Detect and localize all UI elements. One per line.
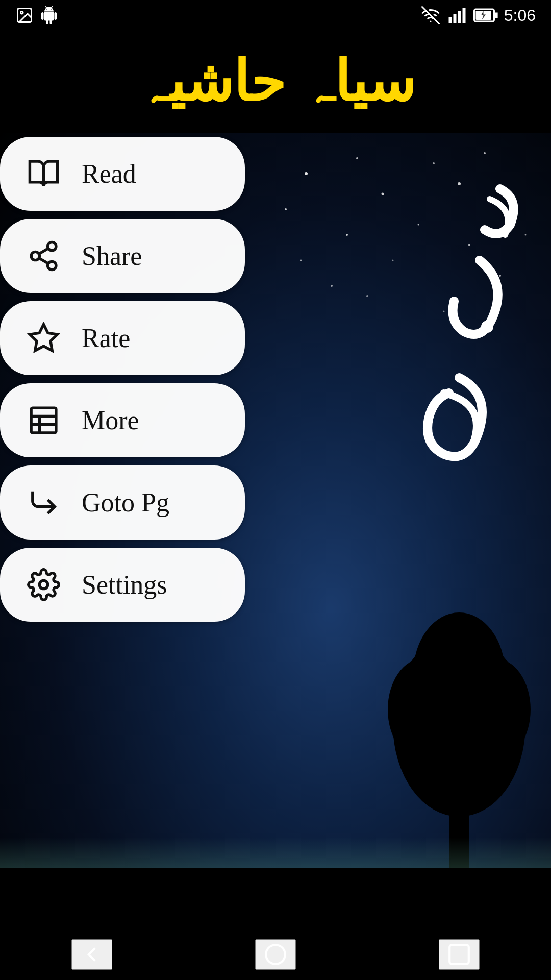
recent-button[interactable] bbox=[439, 939, 480, 970]
svg-point-23 bbox=[285, 208, 287, 210]
image-status-icon bbox=[15, 6, 34, 24]
svg-point-32 bbox=[47, 242, 56, 250]
goto-label: Goto Pg bbox=[82, 487, 169, 518]
svg-point-42 bbox=[39, 580, 47, 589]
more-button[interactable]: More bbox=[0, 383, 245, 457]
share-icon bbox=[26, 238, 61, 274]
app-title: سیاہ حاشیہ bbox=[136, 49, 416, 114]
share-label: Share bbox=[82, 241, 142, 271]
read-label: Read bbox=[82, 159, 136, 189]
rate-button[interactable]: Rate bbox=[0, 301, 245, 375]
svg-marker-37 bbox=[30, 324, 57, 351]
home-button[interactable] bbox=[255, 939, 296, 970]
svg-line-36 bbox=[39, 249, 48, 254]
status-icons-right: 5:06 bbox=[420, 6, 536, 25]
share-button[interactable]: Share bbox=[0, 219, 245, 293]
svg-point-1 bbox=[21, 12, 23, 14]
svg-point-31 bbox=[481, 321, 493, 333]
more-label: More bbox=[82, 405, 139, 435]
svg-rect-44 bbox=[449, 945, 469, 964]
svg-point-24 bbox=[300, 260, 302, 261]
ground bbox=[0, 868, 551, 929]
svg-point-43 bbox=[266, 945, 285, 964]
svg-rect-2 bbox=[448, 17, 452, 23]
settings-label: Settings bbox=[82, 570, 167, 600]
signal-status-icon bbox=[447, 6, 467, 24]
wifi-status-icon bbox=[420, 6, 441, 24]
svg-rect-3 bbox=[453, 14, 456, 23]
status-icons-left bbox=[15, 6, 58, 24]
star-icon bbox=[26, 321, 61, 356]
svg-point-30 bbox=[413, 612, 505, 735]
goto-icon bbox=[26, 485, 61, 521]
menu-container: Read Share Rate bbox=[0, 133, 245, 626]
list-icon bbox=[26, 403, 61, 438]
svg-rect-4 bbox=[458, 11, 461, 23]
svg-rect-38 bbox=[31, 408, 56, 433]
settings-icon bbox=[26, 567, 61, 603]
read-button[interactable]: Read bbox=[0, 137, 245, 211]
svg-point-34 bbox=[47, 261, 56, 270]
book-icon bbox=[26, 156, 61, 192]
back-button[interactable] bbox=[71, 939, 112, 970]
rate-label: Rate bbox=[82, 323, 130, 353]
urdu-calligraphy bbox=[357, 158, 536, 516]
svg-point-16 bbox=[346, 234, 348, 236]
status-bar: 5:06 bbox=[0, 0, 551, 31]
svg-point-8 bbox=[305, 172, 308, 175]
android-status-icon bbox=[40, 6, 58, 24]
svg-point-33 bbox=[31, 252, 39, 260]
nav-bar bbox=[0, 929, 551, 980]
app-header: سیاہ حاشیہ bbox=[0, 31, 551, 133]
settings-button[interactable]: Settings bbox=[0, 548, 245, 622]
status-time: 5:06 bbox=[504, 6, 536, 25]
svg-point-20 bbox=[331, 285, 333, 287]
svg-point-13 bbox=[484, 152, 486, 154]
svg-line-35 bbox=[39, 258, 48, 264]
goto-button[interactable]: Goto Pg bbox=[0, 465, 245, 540]
battery-status-icon bbox=[473, 6, 498, 24]
svg-rect-5 bbox=[462, 8, 465, 23]
